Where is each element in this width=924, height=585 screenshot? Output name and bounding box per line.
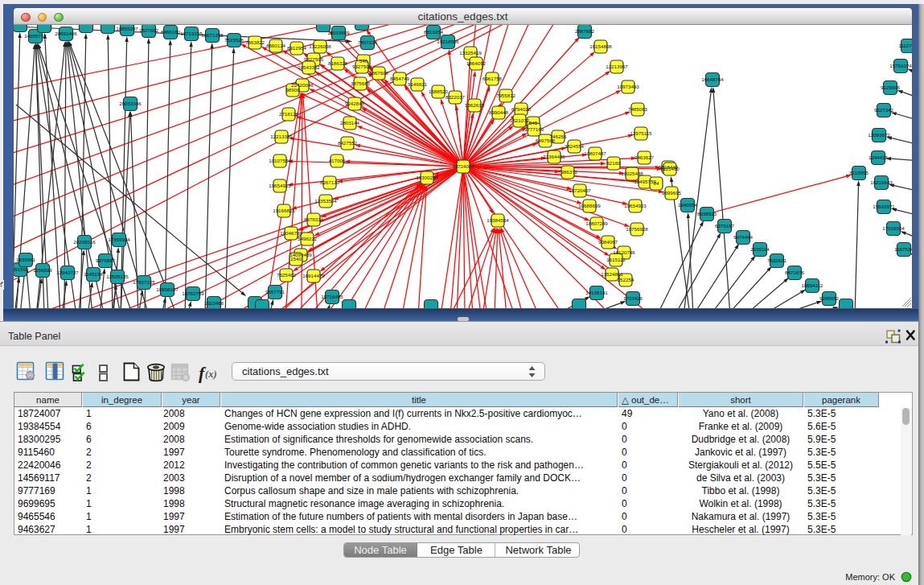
svg-text:417006: 417006 <box>329 158 346 163</box>
svg-text:1640954: 1640954 <box>678 202 698 208</box>
svg-text:18300295: 18300295 <box>416 175 438 180</box>
svg-text:19654923: 19654923 <box>624 203 647 208</box>
svg-text:6497568: 6497568 <box>536 138 556 143</box>
svg-text:8660124: 8660124 <box>266 43 286 48</box>
svg-text:12213389: 12213389 <box>270 134 293 139</box>
svg-text:15692971: 15692971 <box>873 204 895 209</box>
svg-text:15720407: 15720407 <box>569 187 591 193</box>
svg-text:10719155: 10719155 <box>180 31 203 36</box>
svg-text:98908: 98908 <box>285 87 300 93</box>
svg-text:14136141: 14136141 <box>585 290 608 295</box>
svg-text:9975867: 9975867 <box>96 257 116 263</box>
svg-text:9327508: 9327508 <box>352 64 372 69</box>
svg-text:9242848: 9242848 <box>345 101 365 106</box>
svg-text:7485063: 7485063 <box>628 106 648 112</box>
svg-text:2803144: 2803144 <box>340 120 360 126</box>
svg-text:6794028: 6794028 <box>511 106 532 112</box>
svg-text:9463627: 9463627 <box>634 154 655 160</box>
svg-text:16648764: 16648764 <box>701 76 724 82</box>
svg-text:1733426: 1733426 <box>623 295 643 301</box>
svg-text:1167534: 1167534 <box>894 246 912 252</box>
svg-text:8990448: 8990448 <box>489 109 509 115</box>
svg-text:9115460: 9115460 <box>660 166 680 171</box>
svg-text:17957225: 17957225 <box>133 279 155 285</box>
svg-text:2887682: 2887682 <box>575 28 595 34</box>
svg-text:17016504: 17016504 <box>882 225 905 231</box>
svg-text:84: 84 <box>654 180 659 186</box>
svg-text:1864092: 1864092 <box>466 60 487 66</box>
svg-text:1527602: 1527602 <box>139 27 159 33</box>
svg-text:545: 545 <box>529 120 538 126</box>
svg-text:10688609: 10688609 <box>578 203 601 208</box>
svg-text:5498222: 5498222 <box>298 236 318 241</box>
svg-text:19654923: 19654923 <box>269 183 291 188</box>
svg-text:391590: 391590 <box>14 266 29 272</box>
svg-text:16671355: 16671355 <box>201 32 224 38</box>
svg-text:9474444: 9474444 <box>733 234 754 240</box>
svg-text:9129906: 9129906 <box>881 84 901 90</box>
svg-text:2935114: 2935114 <box>750 246 770 252</box>
svg-text:14055712: 14055712 <box>24 33 47 39</box>
svg-text:8813054: 8813054 <box>424 29 444 35</box>
svg-text:12093872: 12093872 <box>868 132 890 138</box>
svg-text:1615112: 1615112 <box>606 257 626 262</box>
svg-text:1835061: 1835061 <box>16 257 36 262</box>
svg-text:1145194: 1145194 <box>84 271 103 277</box>
svg-text:16914479: 16914479 <box>302 273 325 278</box>
svg-text:9699695: 9699695 <box>662 190 682 196</box>
svg-text:16120746: 16120746 <box>613 249 635 255</box>
svg-text:2718126: 2718126 <box>279 111 299 117</box>
svg-text:10025438: 10025438 <box>621 171 643 176</box>
svg-text:17359924: 17359924 <box>108 237 130 242</box>
svg-text:9227342: 9227342 <box>874 107 894 113</box>
svg-text:3215955: 3215955 <box>849 170 869 175</box>
svg-text:8471676: 8471676 <box>785 270 805 275</box>
svg-text:9084067: 9084067 <box>598 239 618 245</box>
svg-text:7955812: 7955812 <box>496 93 516 98</box>
svg-text:10855287: 10855287 <box>116 26 138 31</box>
svg-text:19384554: 19384554 <box>487 217 509 223</box>
svg-text:8186328: 8186328 <box>328 60 348 66</box>
svg-text:12353594: 12353594 <box>314 198 337 204</box>
svg-text:8454749: 8454749 <box>390 76 410 81</box>
svg-text:20053346: 20053346 <box>119 101 142 106</box>
svg-text:15716485: 15716485 <box>321 294 343 299</box>
svg-text:1621072: 1621072 <box>510 117 530 123</box>
svg-text:7515526: 7515526 <box>224 37 244 43</box>
svg-text:13524861: 13524861 <box>601 271 623 277</box>
svg-text:10543382: 10543382 <box>298 64 320 70</box>
svg-text:1588520: 1588520 <box>429 89 449 94</box>
svg-text:7663822: 7663822 <box>245 39 265 45</box>
svg-text:7857224: 7857224 <box>358 39 378 45</box>
svg-text:9657791: 9657791 <box>265 289 285 295</box>
svg-text:10958107: 10958107 <box>156 286 179 292</box>
svg-text:8427552: 8427552 <box>338 140 358 146</box>
svg-text:8678334: 8678334 <box>304 216 324 222</box>
svg-text:21364436: 21364436 <box>543 154 565 159</box>
svg-text:13226058: 13226058 <box>309 43 331 49</box>
svg-text:20206516: 20206516 <box>73 239 96 245</box>
svg-text:19218506: 19218506 <box>437 39 459 44</box>
svg-text:6379197: 6379197 <box>715 223 735 229</box>
svg-text:18807249: 18807249 <box>585 220 608 226</box>
svg-text:6961758: 6961758 <box>483 76 503 81</box>
svg-text:13325419: 13325419 <box>459 50 482 56</box>
svg-text:7625402: 7625402 <box>277 272 297 278</box>
svg-text:12505135: 12505135 <box>106 274 129 279</box>
svg-text:15751074: 15751074 <box>889 63 912 68</box>
svg-text:1540: 1540 <box>290 256 302 262</box>
svg-text:2867608: 2867608 <box>369 70 389 76</box>
svg-text:10654112: 10654112 <box>801 282 823 288</box>
svg-text:1923468: 1923468 <box>204 300 224 306</box>
svg-text:10973493: 10973493 <box>617 84 639 89</box>
svg-text:546: 546 <box>359 58 368 64</box>
svg-text:1244415: 1244415 <box>869 154 889 160</box>
svg-text:7986372: 7986372 <box>558 169 578 175</box>
svg-text:8938923: 8938923 <box>697 211 717 216</box>
svg-text:252254: 252254 <box>618 277 634 282</box>
svg-text:1112747: 1112747 <box>898 43 912 48</box>
svg-text:10107554: 10107554 <box>269 158 291 163</box>
svg-text:16154808: 16154808 <box>589 43 612 49</box>
svg-text:6466160: 6466160 <box>161 29 181 35</box>
svg-text:10807487: 10807487 <box>584 150 606 156</box>
